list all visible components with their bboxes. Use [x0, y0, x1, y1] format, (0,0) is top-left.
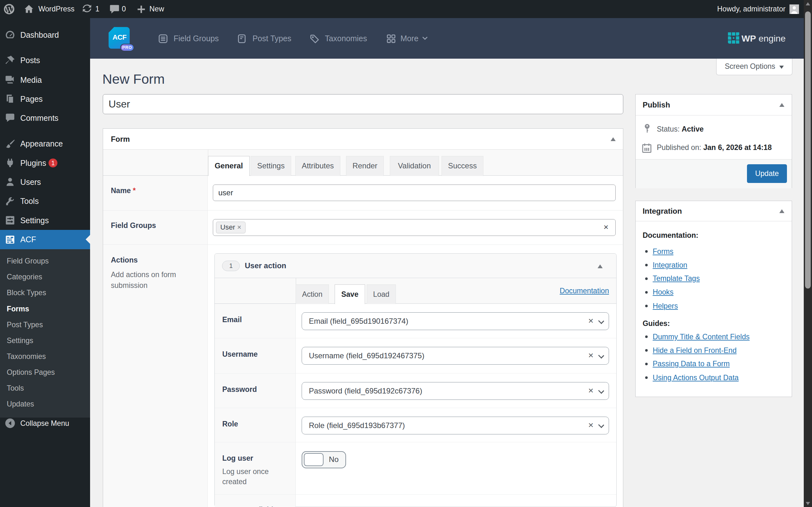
- guide-link-passing-data[interactable]: Passing Data to a Form: [653, 359, 730, 368]
- integration-panel-header[interactable]: Integration: [636, 201, 792, 221]
- submenu-settings[interactable]: Settings: [0, 333, 90, 348]
- documentation-link[interactable]: Documentation: [560, 278, 609, 304]
- password-select[interactable]: Password (field_695d192c67376)×: [302, 382, 609, 400]
- tab-validation[interactable]: Validation: [390, 156, 439, 176]
- taxonomies-icon: [310, 34, 319, 44]
- email-clear-icon[interactable]: ×: [588, 313, 594, 329]
- sidebar-item-acf[interactable]: ACF: [0, 230, 90, 249]
- guide-link-dummy-title[interactable]: Dummy Title & Content Fields: [653, 333, 750, 341]
- acf-logo[interactable]: ACF PRO: [108, 27, 129, 49]
- wordpress-logo-icon[interactable]: [3, 3, 15, 15]
- page-title: New Form: [102, 71, 165, 88]
- submenu-updates[interactable]: Updates: [0, 396, 90, 412]
- scrollbar-down-icon[interactable]: [806, 502, 810, 505]
- integration-panel-title: Integration: [643, 201, 682, 222]
- user-action-header[interactable]: 1 User action: [215, 253, 616, 278]
- tab-render[interactable]: Render: [346, 156, 384, 176]
- scrollbar-up-icon[interactable]: [806, 2, 810, 5]
- sidebar-item-posts[interactable]: Posts: [0, 51, 90, 70]
- guide-link-hide-field[interactable]: Hide a Field on Front-End: [653, 346, 737, 355]
- update-button[interactable]: Update: [747, 164, 787, 183]
- tab-action[interactable]: Action: [295, 284, 329, 304]
- sidebar-item-appearance[interactable]: Appearance: [0, 134, 90, 153]
- name-input[interactable]: [213, 184, 615, 201]
- collapse-menu-button[interactable]: Collapse Menu: [0, 414, 90, 433]
- submenu-block-types[interactable]: Block Types: [0, 285, 90, 300]
- action-row-password: Password Password (field_695d192c67376)×: [215, 374, 616, 408]
- user-action-panel: 1 User action Action Save Load Documenta…: [214, 253, 616, 507]
- tab-attributes[interactable]: Attributes: [295, 156, 340, 176]
- publish-panel: Publish Status: Active Published on: Jan…: [635, 94, 792, 188]
- avatar[interactable]: [790, 4, 799, 14]
- tab-save[interactable]: Save: [335, 284, 365, 304]
- doc-link-integration[interactable]: Integration: [653, 261, 687, 270]
- save-acf-fields-label: Save ACF fields: [222, 506, 277, 507]
- sidebar-item-tools[interactable]: Tools: [0, 191, 90, 211]
- toggle-knob: [304, 453, 324, 466]
- nav-item-post-types[interactable]: Post Types: [253, 18, 291, 59]
- scrollbar[interactable]: [804, 0, 812, 507]
- published-row: Published on: Jan 6, 2026 at 14:18: [657, 143, 772, 152]
- log-user-toggle[interactable]: No: [302, 451, 346, 468]
- field-groups-select[interactable]: User × ×: [213, 219, 615, 236]
- role-clear-icon[interactable]: ×: [588, 417, 594, 434]
- acf-icon: [4, 234, 16, 245]
- email-chevron-icon: [598, 318, 604, 324]
- submenu-options-pages[interactable]: Options Pages: [0, 364, 90, 380]
- username-label: Username: [222, 350, 258, 358]
- username-clear-icon[interactable]: ×: [588, 347, 594, 364]
- tab-load[interactable]: Load: [367, 284, 396, 304]
- submenu-taxonomies[interactable]: Taxonomies: [0, 348, 90, 364]
- tag-remove-icon[interactable]: ×: [237, 223, 241, 231]
- admin-bar-site-name[interactable]: WordPress: [38, 0, 74, 18]
- doc-link-hooks[interactable]: Hooks: [653, 288, 674, 296]
- sidebar-item-media[interactable]: Media: [0, 70, 90, 90]
- field-groups-tag[interactable]: User ×: [216, 222, 246, 233]
- sidebar-item-settings[interactable]: Settings: [0, 211, 90, 230]
- doc-link-helpers[interactable]: Helpers: [653, 302, 678, 311]
- nav-item-field-groups[interactable]: Field Groups: [173, 18, 219, 59]
- form-title-input[interactable]: [103, 94, 624, 114]
- scrollbar-thumb[interactable]: [805, 11, 810, 289]
- field-groups-clear-icon[interactable]: ×: [604, 219, 609, 235]
- submenu-tools[interactable]: Tools: [0, 380, 90, 396]
- sidebar-item-pages[interactable]: Pages: [0, 90, 90, 108]
- sidebar-item-users[interactable]: Users: [0, 172, 90, 191]
- sidebar-item-dashboard[interactable]: Dashboard: [0, 25, 90, 44]
- submenu-field-groups[interactable]: Field Groups: [0, 253, 90, 269]
- form-panel-header[interactable]: Form: [103, 129, 623, 150]
- doc-link-forms[interactable]: Forms: [653, 247, 673, 256]
- admin-bar-new-button[interactable]: New: [149, 0, 164, 18]
- form-panel-collapse-icon[interactable]: [610, 137, 616, 141]
- username-select[interactable]: Username (field_695d192467375)×: [302, 347, 609, 364]
- admin-bar-comments-count[interactable]: 0: [122, 0, 126, 18]
- nav-item-more[interactable]: More: [400, 18, 419, 59]
- admin-bar-howdy[interactable]: Howdy, administrator: [717, 0, 786, 18]
- submenu-categories[interactable]: Categories: [0, 269, 90, 285]
- tab-settings[interactable]: Settings: [251, 156, 291, 176]
- tab-general[interactable]: General: [208, 156, 249, 176]
- nav-item-taxonomies[interactable]: Taxonomies: [325, 18, 367, 59]
- status-pin-icon: [643, 124, 651, 134]
- guide-link-actions-output[interactable]: Using Actions Output Data: [653, 374, 739, 382]
- action-collapse-icon[interactable]: [598, 265, 603, 268]
- sidebar-item-plugins[interactable]: Plugins 1: [0, 154, 90, 172]
- sidebar-item-comments[interactable]: Comments: [0, 108, 90, 127]
- role-select[interactable]: Role (field_695d193b67377)×: [302, 417, 609, 434]
- email-select[interactable]: Email (field_695d190167374)×: [302, 312, 609, 330]
- publish-panel-header[interactable]: Publish: [636, 95, 792, 115]
- log-user-description: Log user once created: [222, 466, 290, 487]
- submenu-forms[interactable]: Forms: [0, 301, 90, 317]
- admin-bar-updates-count[interactable]: 1: [95, 0, 99, 18]
- tab-success[interactable]: Success: [441, 156, 483, 176]
- screen-options-button[interactable]: Screen Options: [716, 59, 792, 75]
- publish-collapse-icon[interactable]: [779, 103, 784, 107]
- integration-collapse-icon[interactable]: [779, 209, 784, 213]
- password-clear-icon[interactable]: ×: [588, 382, 594, 399]
- doc-link-template-tags[interactable]: Template Tags: [653, 274, 700, 283]
- submenu-post-types[interactable]: Post Types: [0, 317, 90, 333]
- appearance-icon: [4, 138, 16, 150]
- username-chevron-icon: [598, 352, 604, 358]
- home-icon: [24, 4, 34, 14]
- status-value: Active: [682, 125, 704, 133]
